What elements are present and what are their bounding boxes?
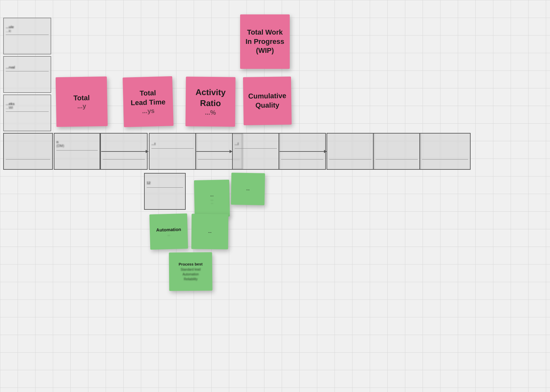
sub-process-node: 12	[144, 173, 186, 210]
tlt-value: ...ys	[142, 107, 155, 115]
process-node-1: n (DM)	[54, 133, 100, 170]
green5-sublabels: Standard leadAutomationReliability	[181, 267, 201, 282]
cq-title: CumulativeQuality	[248, 92, 286, 110]
sidebar-item-1: ...rval	[3, 56, 51, 93]
sticky-green-2: ...	[231, 173, 265, 205]
sticky-green-process-improvement: Process best Standard leadAutomationReli…	[169, 252, 212, 291]
sticky-green-automation: Automation ...	[150, 213, 188, 249]
sticky-green-4: ...	[191, 214, 229, 249]
sticky-total-process-time: Total ...y	[56, 77, 108, 127]
ar-value: ...%	[205, 109, 216, 116]
arrow-1	[101, 151, 148, 152]
sidebar-item-0: ...ule ...ic	[3, 18, 51, 54]
green4-content: ...	[208, 229, 212, 234]
process-node-5: ...l	[232, 133, 279, 170]
tpt-value: ...y	[77, 102, 86, 110]
sticky-total-lead-time: TotalLead Time ...ys	[123, 76, 174, 127]
arrow-3	[279, 151, 327, 152]
process-node-0	[3, 133, 53, 170]
sticky-cumulative-quality: CumulativeQuality	[243, 77, 292, 125]
process-node-9	[419, 133, 471, 170]
sticky-activity-ratio: ActivityRatio ...%	[185, 77, 235, 127]
arrow-2	[196, 151, 232, 152]
green5-title: Process best	[179, 262, 203, 267]
tlt-title: TotalLead Time	[130, 88, 166, 108]
sticky-green-1: ... ... ...	[194, 180, 230, 217]
tpt-title: Total	[73, 93, 90, 102]
green1-content: ...	[210, 192, 214, 198]
green2-content: ...	[246, 186, 250, 192]
process-node-8	[373, 133, 420, 170]
process-node-3: ...t	[149, 133, 196, 170]
wip-title: Total WorkIn Progress(WIP)	[246, 28, 284, 55]
ar-title: ActivityRatio	[195, 87, 226, 109]
process-node-7	[327, 133, 374, 170]
main-canvas[interactable]: ...ule ...ic ...rval ...eks ...WI Total …	[0, 0, 550, 392]
green3-title: Automation	[156, 226, 181, 233]
sticky-wip: Total WorkIn Progress(WIP)	[240, 14, 290, 69]
sidebar-item-2: ...eks ...WI	[3, 94, 51, 131]
